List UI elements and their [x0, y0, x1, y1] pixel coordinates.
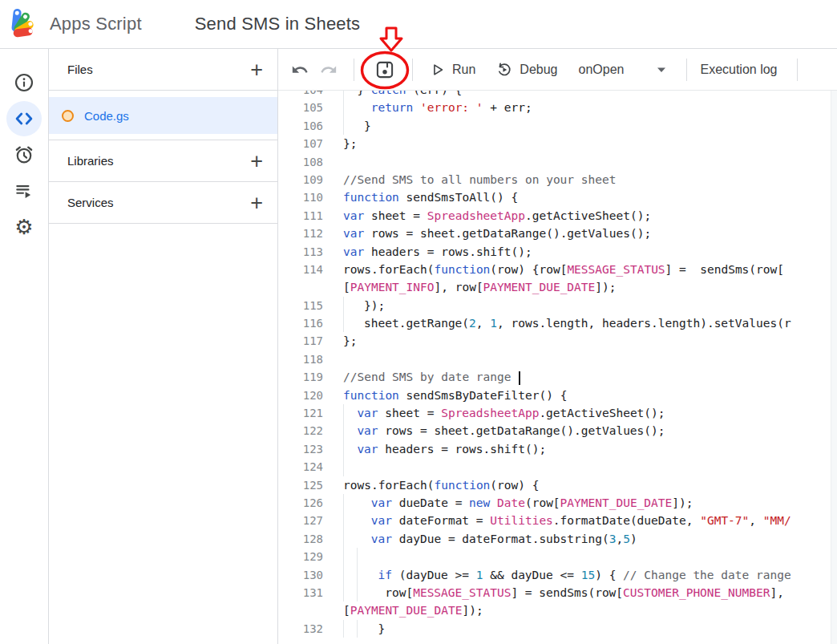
indent-guide	[343, 404, 357, 422]
line-number: 119	[278, 368, 323, 386]
code-line[interactable]: 105 return 'error: ' + err;	[278, 99, 837, 116]
code-line[interactable]: 106 }	[278, 117, 837, 135]
project-title[interactable]: Send SMS in Sheets	[195, 14, 361, 34]
code-icon	[14, 108, 34, 129]
add-file-button[interactable]: +	[250, 62, 263, 78]
line-number: 110	[278, 188, 323, 206]
line-number: 114	[278, 261, 323, 278]
line-number: 109	[278, 171, 323, 188]
code-line[interactable]: 104} catch (err) {	[278, 91, 837, 99]
files-header: Files	[67, 63, 93, 76]
code-line[interactable]: 118	[278, 350, 837, 368]
line-number: 105	[278, 99, 323, 116]
run-button[interactable]: Run	[431, 63, 475, 77]
code-line[interactable]: 131 row[MESSAGE_STATUS] = sendSms(row[CU…	[278, 584, 837, 601]
code-line[interactable]: 128 var dayDue = dateFormat.substring(3,…	[278, 530, 837, 548]
code-line[interactable]: 132 }	[278, 620, 837, 638]
line-number: 118	[278, 350, 323, 368]
code-line[interactable]: 113var headers = rows.shift();	[278, 243, 837, 261]
code-line[interactable]: 126 var dueDate = new Date(row[PAYMENT_D…	[278, 494, 837, 512]
debug-label: Debug	[520, 63, 557, 77]
code-text: };	[343, 332, 357, 350]
code-line[interactable]: 109//Send SMS to all numbers on your she…	[278, 171, 837, 188]
code-line[interactable]: 120function sendSmsByDateFilter() {	[278, 387, 837, 404]
nav-overview-button[interactable]	[6, 65, 42, 100]
code-line[interactable]: 129	[278, 548, 837, 565]
line-number: 107	[278, 135, 323, 152]
product-name[interactable]: Apps Script	[50, 14, 142, 34]
line-number: 122	[278, 422, 323, 439]
line-number: 116	[278, 314, 323, 332]
indent-guide	[343, 117, 357, 135]
save-floppy-icon	[374, 59, 395, 80]
code-line[interactable]: 125rows.forEach(function(row) {	[278, 476, 837, 494]
editor-scrollbar[interactable]	[831, 91, 837, 644]
code-line[interactable]: 119//Send SMS by date range	[278, 368, 837, 386]
libraries-header: Libraries	[67, 154, 114, 168]
code-line[interactable]: 116 sheet.getRange(2, 1, rows.length, he…	[278, 314, 837, 332]
indent-guide	[343, 422, 357, 439]
nav-executions-button[interactable]	[6, 173, 42, 209]
code-line[interactable]: [PAYMENT_INFO], row[PAYMENT_DUE_DATE]);	[278, 278, 837, 296]
execution-log-button[interactable]: Execution log	[700, 63, 777, 77]
indent-guide	[343, 548, 357, 565]
code-line[interactable]: 107};	[278, 135, 837, 152]
left-nav-rail: ⚙	[0, 49, 49, 644]
code-line[interactable]: 112var rows = sheet.getDataRange().getVa…	[278, 225, 837, 242]
apps-script-window: Apps Script Send SMS in Sheets	[0, 0, 837, 644]
code-text: var dayDue = dateFormat.substring(3,5)	[343, 530, 637, 548]
code-line[interactable]: [PAYMENT_DUE_DATE]);	[278, 601, 837, 619]
indent-guide	[343, 297, 357, 314]
code-line[interactable]: 110function sendSmsToAll() {	[278, 188, 837, 206]
code-text: }	[343, 620, 385, 638]
toolbar-separator	[354, 59, 354, 81]
line-number: 106	[278, 117, 323, 135]
add-library-button[interactable]: +	[250, 153, 263, 169]
code-line[interactable]: 117};	[278, 332, 837, 350]
nav-triggers-button[interactable]	[6, 137, 42, 172]
line-number: 123	[278, 440, 323, 458]
indent-guide	[343, 99, 357, 116]
indent-guide	[343, 314, 357, 332]
run-label: Run	[452, 63, 475, 77]
indent-guide	[343, 530, 357, 548]
redo-button[interactable]	[317, 58, 341, 82]
libraries-header-row: Libraries +	[49, 140, 277, 182]
unsaved-changes-dot-icon	[62, 110, 74, 122]
code-line[interactable]: 108	[278, 153, 837, 171]
toolbar-separator	[686, 59, 687, 81]
code-line[interactable]: 122var rows = sheet.getDataRange().getVa…	[278, 422, 837, 439]
indent-guide	[343, 620, 357, 638]
code-line[interactable]: 127 var dateFormat = Utilities.formatDat…	[278, 512, 837, 529]
indent-guide	[343, 566, 357, 584]
nav-settings-button[interactable]: ⚙	[6, 209, 42, 245]
file-item-code-gs[interactable]: Code.gs	[49, 97, 277, 134]
line-number: 117	[278, 332, 323, 350]
file-name: Code.gs	[84, 109, 129, 123]
code-text: rows.forEach(function(row) {	[343, 476, 539, 494]
nav-editor-button[interactable]	[6, 101, 42, 136]
selected-function: onOpen	[579, 63, 625, 77]
add-service-button[interactable]: +	[250, 195, 263, 211]
code-line[interactable]: 121var sheet = SpreadsheetApp.getActiveS…	[278, 404, 837, 422]
executions-list-icon	[14, 180, 34, 201]
debug-button[interactable]: Debug	[496, 62, 557, 78]
function-selector[interactable]: onOpen	[579, 63, 668, 77]
code-line[interactable]: 115 });	[278, 297, 837, 314]
code-line[interactable]: 111var sheet = SpreadsheetApp.getActiveS…	[278, 207, 837, 225]
code-text	[343, 548, 371, 565]
line-number: 131	[278, 584, 323, 601]
code-line[interactable]: 130 if (dayDue >= 1 && dayDue <= 15) { /…	[278, 566, 837, 584]
gear-icon: ⚙	[14, 217, 33, 237]
indent-guide	[357, 548, 370, 565]
code-line[interactable]: 114rows.forEach(function(row) {row[MESSA…	[278, 261, 837, 278]
indent-guide	[343, 458, 357, 476]
code-text: sheet.getRange(2, 1, rows.length, header…	[343, 314, 791, 332]
redo-arrow-icon	[320, 61, 338, 79]
code-editor-viewport[interactable]: 104} catch (err) {105 return 'error: ' +…	[278, 91, 837, 644]
code-line[interactable]: 123var headers = rows.shift();	[278, 440, 837, 458]
save-button[interactable]	[369, 54, 401, 86]
undo-button[interactable]	[288, 58, 312, 82]
code-line[interactable]: 124	[278, 458, 837, 476]
code-text: }	[343, 117, 371, 135]
